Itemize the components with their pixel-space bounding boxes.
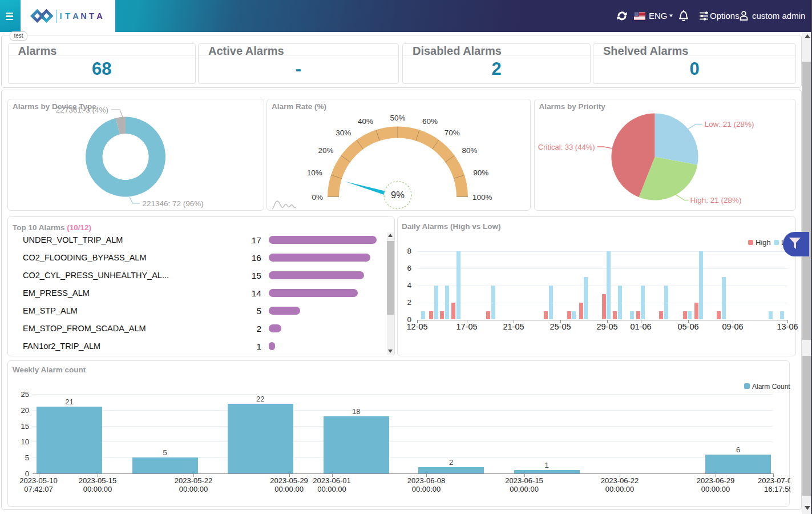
svg-text:100%: 100% <box>472 192 492 201</box>
svg-text:10%: 10% <box>307 168 322 176</box>
svg-text:0%: 0% <box>312 192 323 201</box>
svg-text:Critical: 33 (44%): Critical: 33 (44%) <box>538 142 595 151</box>
svg-text:High: 21 (28%): High: 21 (28%) <box>690 196 741 204</box>
svg-text:Low: 21 (28%): Low: 21 (28%) <box>704 120 754 128</box>
svg-text:221346: 72 (96%): 221346: 72 (96%) <box>143 199 204 207</box>
svg-text:40%: 40% <box>358 117 373 126</box>
svg-text:20%: 20% <box>318 146 333 154</box>
svg-text:60%: 60% <box>422 117 438 126</box>
svg-text:I: I <box>59 11 62 21</box>
svg-text:30%: 30% <box>336 128 351 137</box>
svg-text:custom admin: custom admin <box>752 11 805 21</box>
svg-text:80%: 80% <box>462 146 478 154</box>
svg-text:Options: Options <box>710 11 740 21</box>
svg-text:T: T <box>89 11 94 21</box>
svg-text:T: T <box>65 11 70 21</box>
svg-text:A: A <box>96 11 103 21</box>
svg-text:ENG: ENG <box>649 11 668 21</box>
svg-text:50%: 50% <box>390 113 405 122</box>
svg-text:N: N <box>80 11 86 21</box>
svg-text:9%: 9% <box>391 190 405 200</box>
svg-text:90%: 90% <box>473 168 488 176</box>
svg-text:A: A <box>72 11 79 21</box>
svg-text:70%: 70% <box>445 128 460 137</box>
